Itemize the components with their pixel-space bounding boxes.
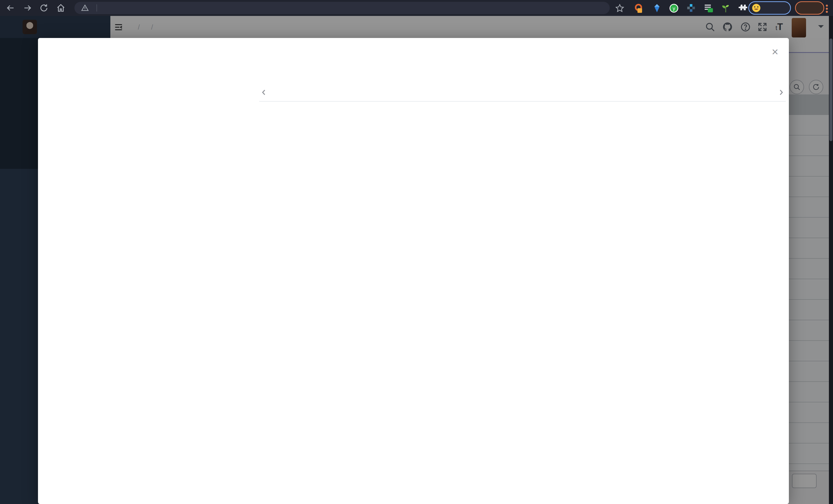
warning-icon <box>81 4 89 12</box>
security-warning[interactable] <box>81 4 91 12</box>
profile-chip-paused[interactable] <box>748 1 791 15</box>
url-divider <box>96 4 97 11</box>
file-tabs <box>259 83 786 102</box>
tabs-scroll-left-icon[interactable] <box>259 88 268 97</box>
scrollbar-thumb[interactable] <box>829 39 832 141</box>
extension-icon-green-circle[interactable]: y <box>669 3 679 13</box>
svg-text:y: y <box>673 6 675 11</box>
address-bar[interactable] <box>74 2 610 14</box>
extension-icon-tampermonkey[interactable] <box>703 3 713 13</box>
browser-back-icon[interactable] <box>6 3 16 13</box>
code-preview-modal: × <box>38 38 789 504</box>
extension-icon-orange-ring[interactable] <box>633 3 644 13</box>
extension-icon-pixel-diamond[interactable] <box>686 3 696 13</box>
browser-home-icon[interactable] <box>56 3 66 13</box>
screen: / / tT <box>0 0 833 504</box>
tabs-scroll-right-icon[interactable] <box>777 88 786 97</box>
extension-icon-blue-gem[interactable] <box>652 3 662 13</box>
extensions-puzzle-icon[interactable] <box>737 3 747 13</box>
close-icon[interactable]: × <box>769 46 781 58</box>
extension-icon-sprout[interactable] <box>721 3 731 13</box>
browser-update-button[interactable] <box>795 1 824 15</box>
scrollbar <box>829 16 833 504</box>
browser-reload-icon[interactable] <box>39 3 49 13</box>
bookmark-star-icon[interactable] <box>615 3 625 13</box>
browser-toolbar: y <box>0 0 833 16</box>
browser-menu-icon[interactable] <box>826 4 829 14</box>
profile-emoji-icon <box>752 3 761 13</box>
browser-forward-icon[interactable] <box>23 3 32 13</box>
